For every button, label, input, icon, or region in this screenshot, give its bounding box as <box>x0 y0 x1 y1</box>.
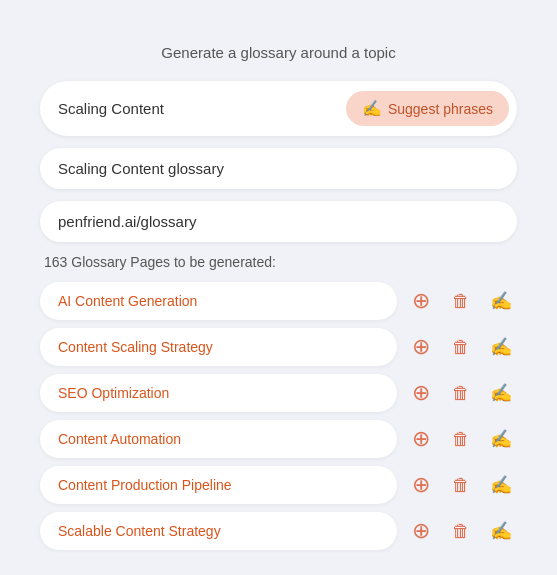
glossary-item-label: Content Automation <box>40 420 397 458</box>
trash-icon: 🗑 <box>452 521 470 542</box>
wand-icon: ✍ <box>490 290 512 312</box>
main-container: Generate a glossary around a topic ✍ Sug… <box>20 20 537 574</box>
glossary-item-label: SEO Optimization <box>40 374 397 412</box>
magic-item-button[interactable]: ✍ <box>485 423 517 455</box>
page-title: Generate a glossary around a topic <box>40 44 517 61</box>
magic-item-button[interactable]: ✍ <box>485 285 517 317</box>
trash-icon: 🗑 <box>452 475 470 496</box>
magic-item-button[interactable]: ✍ <box>485 331 517 363</box>
magic-item-button[interactable]: ✍ <box>485 469 517 501</box>
glossary-item-label: Content Scaling Strategy <box>40 328 397 366</box>
plus-circle-icon: ⊕ <box>412 290 430 312</box>
delete-item-button[interactable]: 🗑 <box>445 423 477 455</box>
list-item: SEO Optimization⊕🗑✍ <box>40 374 517 412</box>
trash-icon: 🗑 <box>452 383 470 404</box>
glossary-item-label: AI Content Generation <box>40 282 397 320</box>
wand-icon: ✍ <box>490 336 512 358</box>
plus-circle-icon: ⊕ <box>412 382 430 404</box>
glossary-item-label: Content Production Pipeline <box>40 466 397 504</box>
delete-item-button[interactable]: 🗑 <box>445 285 477 317</box>
delete-item-button[interactable]: 🗑 <box>445 469 477 501</box>
list-item: Content Scaling Strategy⊕🗑✍ <box>40 328 517 366</box>
delete-item-button[interactable]: 🗑 <box>445 331 477 363</box>
list-item: Scalable Content Strategy⊕🗑✍ <box>40 512 517 550</box>
wand-icon: ✍ <box>490 520 512 542</box>
magic-item-button[interactable]: ✍ <box>485 377 517 409</box>
delete-item-button[interactable]: 🗑 <box>445 515 477 547</box>
glossary-item-label: Scalable Content Strategy <box>40 512 397 550</box>
add-item-button[interactable]: ⊕ <box>405 331 437 363</box>
suggest-icon: ✍ <box>362 99 382 118</box>
magic-item-button[interactable]: ✍ <box>485 515 517 547</box>
delete-item-button[interactable]: 🗑 <box>445 377 477 409</box>
topic-input-row: ✍ Suggest phrases <box>40 81 517 136</box>
plus-circle-icon: ⊕ <box>412 336 430 358</box>
add-item-button[interactable]: ⊕ <box>405 377 437 409</box>
trash-icon: 🗑 <box>452 337 470 358</box>
add-item-button[interactable]: ⊕ <box>405 469 437 501</box>
list-item: AI Content Generation⊕🗑✍ <box>40 282 517 320</box>
trash-icon: 🗑 <box>452 291 470 312</box>
wand-icon: ✍ <box>490 474 512 496</box>
add-item-button[interactable]: ⊕ <box>405 285 437 317</box>
wand-icon: ✍ <box>490 428 512 450</box>
list-item: Content Automation⊕🗑✍ <box>40 420 517 458</box>
add-item-button[interactable]: ⊕ <box>405 515 437 547</box>
trash-icon: 🗑 <box>452 429 470 450</box>
url-field[interactable]: penfriend.ai/glossary <box>40 201 517 242</box>
wand-icon: ✍ <box>490 382 512 404</box>
plus-circle-icon: ⊕ <box>412 474 430 496</box>
add-item-button[interactable]: ⊕ <box>405 423 437 455</box>
plus-circle-icon: ⊕ <box>412 520 430 542</box>
list-item: Content Production Pipeline⊕🗑✍ <box>40 466 517 504</box>
suggest-button-label: Suggest phrases <box>388 101 493 117</box>
suggest-phrases-button[interactable]: ✍ Suggest phrases <box>346 91 509 126</box>
topic-input[interactable] <box>58 100 346 117</box>
glossary-name-field[interactable]: Scaling Content glossary <box>40 148 517 189</box>
plus-circle-icon: ⊕ <box>412 428 430 450</box>
count-label: 163 Glossary Pages to be generated: <box>40 254 517 270</box>
glossary-list: AI Content Generation⊕🗑✍Content Scaling … <box>40 282 517 550</box>
